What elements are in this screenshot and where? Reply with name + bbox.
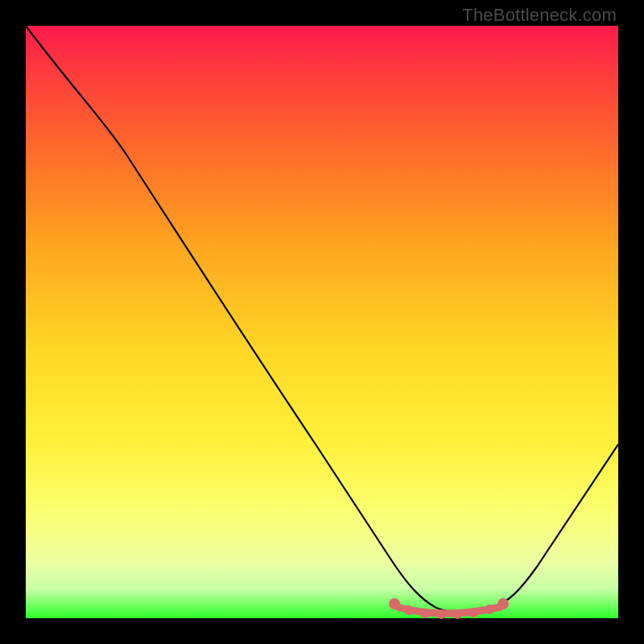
watermark: TheBottleneck.com (462, 5, 617, 26)
plot-frame (26, 26, 618, 618)
curve-layer (26, 26, 618, 618)
flat-region-markers (389, 598, 509, 619)
bottleneck-curve (26, 26, 618, 613)
